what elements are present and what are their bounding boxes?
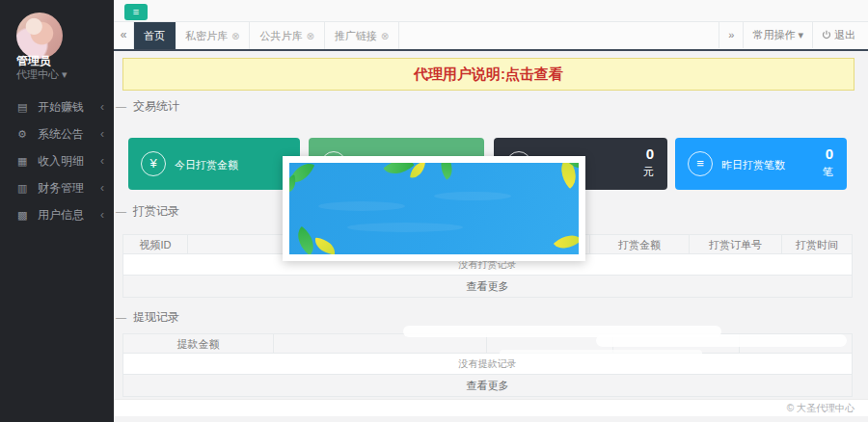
close-tab-icon[interactable]: ⊗ <box>306 31 313 41</box>
tab-label: 推广链接 <box>335 30 377 41</box>
top-strip: ≡ <box>114 0 868 21</box>
stat-value: 0 <box>826 145 833 162</box>
tab-label: 首页 <box>144 30 165 41</box>
chevron-icon: ‹ <box>100 147 104 174</box>
leaf-decoration <box>383 163 414 182</box>
close-tab-icon[interactable]: ⊗ <box>381 31 389 41</box>
grid-icon: ▤ <box>17 93 31 120</box>
stat-card-today-amount: ¥ 今日打赏金额 <box>128 138 300 190</box>
section-label: 交易统计 <box>133 99 179 113</box>
role-label: 代理中心 <box>16 68 59 80</box>
stat-unit: 元 <box>643 165 654 179</box>
video-thumbnail-popup[interactable] <box>283 156 585 261</box>
section-title-stats: —交易统计 <box>116 98 179 115</box>
gear-icon: ⚙ <box>17 120 31 147</box>
thumbnail-image <box>289 163 579 254</box>
leaf-decoration <box>554 228 579 254</box>
sidebar-item-announcements[interactable]: ⚙系统公告 ‹ <box>0 120 114 147</box>
stat-unit: 笔 <box>823 165 833 179</box>
collapse-dash-icon[interactable]: — <box>116 100 126 112</box>
sidebar-item-user-info[interactable]: ▩用户信息 ‹ <box>0 201 114 228</box>
income-list-icon: ▦ <box>17 147 31 174</box>
sidebar-item-income-detail[interactable]: ▦收入明细 ‹ <box>0 147 114 174</box>
tab-label: 公共片库 <box>259 30 302 41</box>
empty-row: 没有提款记录 <box>122 354 853 375</box>
stat-label: 今日打赏金额 <box>175 158 238 172</box>
yen-circle-icon: ¥ <box>141 151 166 176</box>
sidebar-item-label: 系统公告 <box>38 127 84 141</box>
collapse-dash-icon[interactable]: — <box>116 205 126 217</box>
sidebar-item-label: 用户信息 <box>38 208 84 222</box>
finance-icon: ▥ <box>17 174 31 201</box>
sidebar: 管理员 代理中心 ▾ ▤开始赚钱 ‹ ⚙系统公告 ‹ ▦收入明细 ‹ ▥财务管理… <box>0 0 114 422</box>
footer: © 大圣代理中心 <box>114 400 868 416</box>
sidebar-item-label: 财务管理 <box>38 181 84 195</box>
leaf-decoration <box>313 238 337 254</box>
sidebar-item-label: 开始赚钱 <box>38 100 84 114</box>
section-title-withdrawals: —提现记录 <box>116 309 179 326</box>
chevron-icon: ‹ <box>100 120 104 147</box>
chevron-icon: ‹ <box>100 201 104 228</box>
column-header: 打赏金额 <box>590 235 690 253</box>
leaf-decoration <box>435 163 459 180</box>
section-title-rewards: —打赏记录 <box>116 203 179 220</box>
redaction-smudge <box>500 350 702 357</box>
main-area: ≡ « 首页 私密片库⊗ 公共片库⊗ 推广链接⊗ »常用操作 ▾退出 代理用户说… <box>114 0 868 422</box>
chevron-icon: ‹ <box>100 174 104 201</box>
column-header: 提款金额 <box>123 334 274 353</box>
tab-promo-link[interactable]: 推广链接⊗ <box>325 22 399 49</box>
role-dropdown[interactable]: 代理中心 ▾ <box>16 67 68 82</box>
tab-public-library[interactable]: 公共片库⊗ <box>250 22 324 49</box>
column-header: 打赏时间 <box>782 235 852 253</box>
power-icon <box>822 30 831 40</box>
stat-label: 昨日打赏笔数 <box>721 158 785 172</box>
list-circle-icon: ≡ <box>688 151 713 176</box>
scroll-tabs-right-icon[interactable]: » <box>719 21 743 48</box>
tab-private-library[interactable]: 私密片库⊗ <box>176 22 250 49</box>
sidebar-item-finance[interactable]: ▥财务管理 ‹ <box>0 174 114 201</box>
redaction-smudge <box>596 334 847 347</box>
view-more-rewards-button[interactable]: 查看更多 <box>122 276 853 298</box>
tab-bar-controls: »常用操作 ▾退出 <box>719 21 864 48</box>
chevron-icon: ‹ <box>100 93 104 120</box>
sidebar-item-label: 收入明细 <box>38 154 84 168</box>
logout-label: 退出 <box>834 29 855 40</box>
stat-card-yesterday-count: ≡ 昨日打赏笔数 0 笔 <box>675 138 847 190</box>
hamburger-menu-button[interactable]: ≡ <box>124 4 148 20</box>
agent-notice-banner[interactable]: 代理用户说明:点击查看 <box>122 58 854 91</box>
common-operations-dropdown[interactable]: 常用操作 ▾ <box>743 21 812 48</box>
agent-dashboard: 管理员 代理中心 ▾ ▤开始赚钱 ‹ ⚙系统公告 ‹ ▦收入明细 ‹ ▥财务管理… <box>0 0 868 422</box>
users-icon: ▩ <box>17 201 31 228</box>
logout-button[interactable]: 退出 <box>812 21 864 48</box>
scroll-tabs-left-icon[interactable]: « <box>114 22 134 49</box>
close-tab-icon[interactable]: ⊗ <box>231 31 239 41</box>
copyright-text: © 大圣代理中心 <box>787 403 854 413</box>
section-label: 打赏记录 <box>133 204 179 218</box>
column-header: 打赏订单号 <box>690 235 782 253</box>
stat-value: 0 <box>646 145 654 162</box>
user-avatar[interactable] <box>16 13 63 59</box>
tab-home[interactable]: 首页 <box>134 22 176 49</box>
sidebar-item-start-earning[interactable]: ▤开始赚钱 ‹ <box>0 93 114 120</box>
caret-down-icon: ▾ <box>62 68 68 80</box>
tab-label: 私密片库 <box>185 30 228 41</box>
column-header: 视频ID <box>123 235 188 253</box>
view-more-withdrawals-button[interactable]: 查看更多 <box>122 375 853 397</box>
caret-down-icon: ▾ <box>798 29 803 40</box>
sidebar-menu: ▤开始赚钱 ‹ ⚙系统公告 ‹ ▦收入明细 ‹ ▥财务管理 ‹ ▩用户信息 ‹ <box>0 93 114 228</box>
collapse-dash-icon[interactable]: — <box>116 311 126 323</box>
common-ops-label: 常用操作 <box>752 29 795 40</box>
section-label: 提现记录 <box>133 310 179 324</box>
